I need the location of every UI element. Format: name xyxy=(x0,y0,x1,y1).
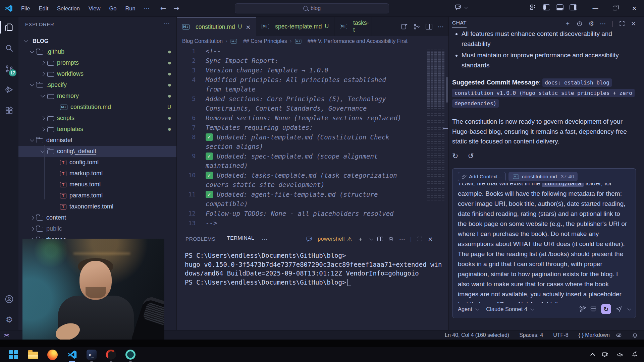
tree-item[interactable]: .specify ● xyxy=(18,79,176,90)
expand-chat-icon[interactable] xyxy=(619,20,625,27)
tree-item[interactable]: dennisdel xyxy=(18,135,176,146)
breadcrumb-item[interactable]: ### V. Performance and Accessibility Fir… xyxy=(308,38,408,44)
panel-more-tabs-icon[interactable]: ⋯ xyxy=(262,236,267,242)
tools-icon[interactable] xyxy=(579,306,586,312)
menu-run[interactable]: Run xyxy=(121,3,140,14)
opera-browser-icon[interactable] xyxy=(105,349,116,360)
mode-picker[interactable]: Agent xyxy=(458,306,472,312)
terminal-profile-chevron-icon[interactable] xyxy=(369,237,373,240)
minimap[interactable] xyxy=(427,50,444,201)
chat-prompt-text[interactable]: TOML file that will exist in the config/… xyxy=(458,183,630,303)
terminal-output[interactable]: PS C:\Users\endless\Documents\GitHub\blo… xyxy=(177,246,448,287)
file-explorer-icon[interactable] xyxy=(28,349,39,360)
source-control-icon[interactable]: 17 xyxy=(0,58,18,79)
tree-item[interactable]: memory ● xyxy=(18,90,176,102)
tree-item[interactable]: scripts ● xyxy=(18,113,176,124)
breadcrumb-item[interactable]: ## Core Principles xyxy=(243,38,287,44)
kill-terminal-trash-icon[interactable] xyxy=(388,236,394,242)
focus-assist-bell-icon[interactable] xyxy=(631,351,638,358)
tree-item[interactable]: markup.toml xyxy=(18,168,176,179)
tree-item[interactable]: templates ● xyxy=(18,124,176,135)
search-sidebar-icon[interactable] xyxy=(0,38,18,58)
tab-terminal[interactable]: TERMINAL xyxy=(227,235,254,243)
tab-problems[interactable]: PROBLEMS xyxy=(185,236,215,242)
run-debug-icon[interactable] xyxy=(0,79,18,100)
firefox-icon[interactable] xyxy=(47,349,58,360)
source-control-graph-icon[interactable] xyxy=(413,23,420,30)
terminal-copilot-icon[interactable] xyxy=(306,236,313,242)
status-item[interactable]: Ln 40, Col 4 (160 selected) xyxy=(445,332,509,338)
customize-layout-icon[interactable] xyxy=(530,4,537,11)
rules-list-icon[interactable] xyxy=(590,306,597,312)
menu-overflow-icon[interactable]: ⋯ xyxy=(140,5,154,12)
minimize-button[interactable]: — xyxy=(586,0,605,17)
tree-item[interactable]: public xyxy=(18,223,176,234)
status-item[interactable]: { } Markdown xyxy=(579,332,610,338)
code-editor[interactable]: 1 <!-- 2 Sync Impact Report: 3 Version c… xyxy=(177,46,448,232)
tree-item[interactable]: params.toml xyxy=(18,190,176,201)
editor-scrollbar[interactable] xyxy=(446,77,448,103)
chat-panel-title[interactable]: CHAT xyxy=(452,20,467,27)
notifications-bell-icon[interactable] xyxy=(632,332,638,338)
split-terminal-icon[interactable] xyxy=(377,237,383,241)
vscode-taskbar-icon[interactable] xyxy=(66,349,77,360)
tree-item[interactable]: prompts ● xyxy=(18,57,176,68)
undo-icon[interactable]: ↺ xyxy=(468,151,474,161)
chat-history-icon[interactable] xyxy=(576,20,583,27)
menu-edit[interactable]: Edit xyxy=(35,3,53,14)
terminal-shell-item[interactable]: powershell ⚠ xyxy=(318,236,352,242)
obs-studio-icon[interactable] xyxy=(125,349,136,360)
panel-more-actions-icon[interactable]: ⋯ xyxy=(399,236,405,243)
send-options-chevron-icon[interactable] xyxy=(628,307,631,310)
add-context-button[interactable]: Add Context... xyxy=(458,172,506,181)
new-chat-icon[interactable]: ＋ xyxy=(565,19,571,27)
status-item[interactable]: Spaces: 4 xyxy=(519,332,543,338)
restore-button[interactable] xyxy=(605,0,625,17)
chat-more-actions-icon[interactable]: ⋯ xyxy=(600,20,606,27)
more-editor-actions-icon[interactable]: ⋯ xyxy=(438,23,444,30)
split-editor-icon[interactable] xyxy=(426,24,432,29)
iterate-loop-icon[interactable]: ↻ xyxy=(601,304,611,314)
menu-file[interactable]: File xyxy=(17,3,35,14)
remote-indicator[interactable]: >< xyxy=(4,332,9,338)
command-center-search[interactable]: blog xyxy=(235,3,389,13)
copilot-menu-button[interactable] xyxy=(455,4,467,11)
extensions-icon[interactable] xyxy=(0,100,18,121)
taskbar-overflow-chevron-icon[interactable] xyxy=(590,353,595,358)
nav-forward-icon[interactable]: → xyxy=(171,4,181,12)
open-changes-icon[interactable] xyxy=(401,23,408,30)
tab-spec-template-md[interactable]: spec-template.md U xyxy=(256,17,334,36)
workspace-root-row[interactable]: BLOG xyxy=(18,36,176,46)
new-terminal-icon[interactable]: ＋ xyxy=(357,235,363,243)
tab-constitution-md[interactable]: constitution.md U × xyxy=(177,17,256,36)
volume-muted-icon[interactable] xyxy=(616,351,623,358)
toggle-secondary-sidebar-icon[interactable] xyxy=(570,4,577,10)
close-button[interactable]: ✕ xyxy=(625,0,644,17)
breadcrumb-item[interactable]: Blog Constitution xyxy=(182,38,223,44)
chat-messages[interactable]: All features must enhance content discov… xyxy=(452,29,636,168)
tree-item[interactable]: constitution.md U xyxy=(18,102,176,113)
explorer-icon[interactable] xyxy=(0,17,18,38)
tree-item[interactable]: config.toml xyxy=(18,157,176,168)
close-panel-icon[interactable]: ✕ xyxy=(428,236,433,243)
maximize-panel-icon[interactable] xyxy=(417,236,423,242)
account-icon[interactable] xyxy=(0,289,18,309)
device-monitor-icon[interactable] xyxy=(602,351,608,358)
toggle-primary-sidebar-icon[interactable] xyxy=(543,4,550,10)
tree-item[interactable]: taxonomies.toml xyxy=(18,201,176,212)
tree-item[interactable]: config\ _default xyxy=(18,146,176,157)
menu-selection[interactable]: Selection xyxy=(53,3,84,14)
status-item[interactable]: UTF-8 xyxy=(553,332,568,338)
close-chat-icon[interactable]: ✕ xyxy=(631,20,636,27)
menu-view[interactable]: View xyxy=(84,3,105,14)
chat-settings-gear-icon[interactable]: ⚙ xyxy=(588,20,594,27)
model-picker[interactable]: Claude Sonnet 4 xyxy=(486,306,527,312)
tree-item[interactable]: menus.toml xyxy=(18,179,176,190)
explorer-more-actions-icon[interactable]: ⋯ xyxy=(164,19,170,26)
sash-grip[interactable] xyxy=(443,128,448,129)
tree-item[interactable]: content xyxy=(18,212,176,223)
start-button[interactable] xyxy=(8,349,19,360)
send-icon[interactable] xyxy=(615,306,622,312)
chat-input-box[interactable]: Add Context... constitution.md:37-40 TOM… xyxy=(452,168,636,318)
windows-terminal-icon[interactable]: >_ xyxy=(86,349,97,360)
